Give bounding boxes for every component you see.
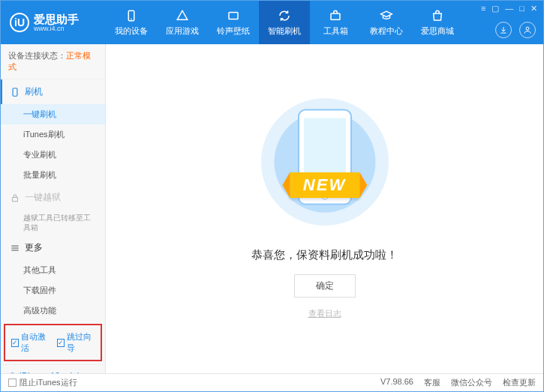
new-banner: NEW (290, 172, 359, 198)
svg-rect-2 (229, 12, 238, 19)
lock-icon (10, 193, 20, 203)
phone-icon (10, 87, 20, 97)
svg-point-4 (526, 27, 529, 30)
sidebar-download-firmware[interactable]: 下载固件 (1, 280, 105, 301)
download-icon[interactable] (495, 22, 512, 38)
device-name[interactable]: iPhone 12 mini (8, 371, 98, 373)
skin-icon[interactable]: ▢ (491, 4, 499, 13)
skip-guide-checkbox[interactable]: ✓跳过向导 (57, 331, 95, 354)
menu-icon[interactable]: ≡ (481, 4, 485, 13)
list-icon (10, 243, 20, 253)
nav-store[interactable]: 爱思商城 (412, 1, 463, 44)
nav-flash[interactable]: 智能刷机 (259, 1, 310, 44)
footer: 阻止iTunes运行 V7.98.66 客服 微信公众号 检查更新 (1, 373, 543, 391)
nav-ringtones[interactable]: 铃声壁纸 (208, 1, 259, 44)
connection-status: 设备连接状态：正常模式 (1, 44, 105, 79)
check-update-link[interactable]: 检查更新 (503, 377, 536, 388)
sidebar-more-head[interactable]: 更多 (1, 235, 105, 260)
nav-toolbox[interactable]: 工具箱 (310, 1, 361, 44)
svg-rect-3 (331, 13, 340, 19)
app-url: www.i4.cn (34, 25, 79, 32)
auto-activate-checkbox[interactable]: ✓自动激活 (11, 331, 50, 354)
phone-icon (8, 371, 17, 373)
sidebar-other-tools[interactable]: 其他工具 (1, 260, 105, 280)
nav-my-device[interactable]: 我的设备 (106, 1, 157, 44)
block-itunes-label: 阻止iTunes运行 (20, 377, 77, 388)
sidebar-flash-head[interactable]: 刷机 (1, 79, 105, 104)
sidebar-oneclick-flash[interactable]: 一键刷机 (1, 104, 105, 124)
sidebar-batch-flash[interactable]: 批量刷机 (1, 165, 105, 185)
svg-rect-6 (13, 197, 18, 201)
app-name: 爱思助手 (34, 13, 79, 25)
title-bar: iU 爱思助手 www.i4.cn 我的设备 应用游戏 铃声壁纸 智能刷机 工具… (1, 1, 543, 44)
confirm-button[interactable]: 确定 (294, 274, 356, 298)
success-message: 恭喜您，保资料刷机成功啦！ (251, 248, 398, 262)
refresh-icon (278, 9, 291, 22)
main-content: NEW 恭喜您，保资料刷机成功啦！ 确定 查看日志 (106, 44, 543, 373)
logo: iU 爱思助手 www.i4.cn (1, 13, 106, 32)
phone-icon (125, 9, 138, 22)
success-illustration: NEW (254, 98, 396, 226)
window-controls: ≡ ▢ — □ ✕ (475, 1, 543, 16)
sidebar-pro-flash[interactable]: 专业刷机 (1, 145, 105, 165)
customer-service-link[interactable]: 客服 (424, 377, 440, 388)
version-label: V7.98.66 (380, 377, 413, 388)
apps-icon (176, 9, 189, 22)
user-icon[interactable] (519, 22, 536, 38)
device-info: iPhone 12 mini 64GB Down-12mini-13,1 (1, 364, 105, 373)
sidebar-itunes-flash[interactable]: iTunes刷机 (1, 124, 105, 145)
logo-icon: iU (10, 13, 29, 32)
nav-apps[interactable]: 应用游戏 (157, 1, 208, 44)
grad-cap-icon (380, 9, 393, 22)
header-actions (495, 22, 536, 38)
bag-icon (431, 9, 444, 22)
toolbox-icon (329, 9, 342, 22)
nav-tutorials[interactable]: 教程中心 (361, 1, 412, 44)
sidebar-advanced[interactable]: 高级功能 (1, 301, 105, 321)
svg-rect-5 (13, 88, 17, 96)
options-highlight-box: ✓自动激活 ✓跳过向导 (4, 324, 102, 361)
block-itunes-checkbox[interactable] (8, 379, 17, 387)
close-icon[interactable]: ✕ (530, 4, 537, 13)
jailbreak-note: 越狱工具已转移至工具箱 (1, 210, 105, 235)
wallpaper-icon (227, 9, 240, 22)
sidebar: 设备连接状态：正常模式 刷机 一键刷机 iTunes刷机 专业刷机 批量刷机 一… (1, 44, 106, 373)
minimize-icon[interactable]: — (505, 4, 513, 13)
sidebar-jailbreak-head[interactable]: 一键越狱 (1, 185, 105, 210)
maximize-icon[interactable]: □ (519, 4, 524, 13)
wechat-link[interactable]: 微信公众号 (451, 377, 492, 388)
view-log-link[interactable]: 查看日志 (308, 308, 341, 319)
